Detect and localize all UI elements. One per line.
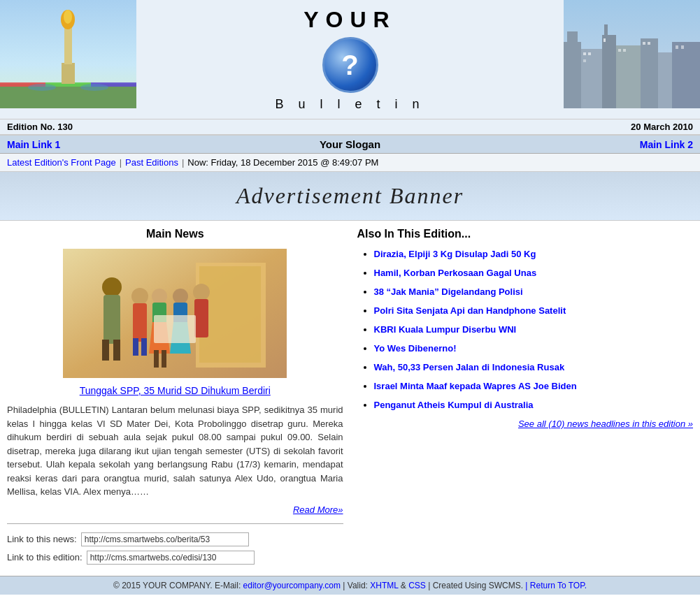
also-in-title: Also In This Edition... xyxy=(357,228,694,240)
edition-bar: Edition No. 130 20 March 2010 xyxy=(0,119,700,136)
news-image xyxy=(63,249,287,378)
header-logo: ? xyxy=(322,37,378,93)
svg-rect-22 xyxy=(583,52,586,55)
also-in-item-link[interactable]: 38 “Jak Mania” Digelandang Polisi xyxy=(374,286,523,297)
header-subtitle: B u l l e t i n xyxy=(275,97,424,112)
svg-point-9 xyxy=(64,10,72,24)
current-time: Now: Friday, 18 December 2015 @ 8:49:07 … xyxy=(187,157,378,168)
main-news-section: Main News xyxy=(7,228,343,569)
also-in-list: Dirazia, Elpiji 3 Kg Disulap Jadi 50 KgH… xyxy=(357,249,694,410)
edition-center-spacer xyxy=(236,122,464,132)
read-more-link[interactable]: Read More» xyxy=(7,504,343,515)
also-in-item-link[interactable]: Hamil, Korban Perkosaan Gagal Unas xyxy=(374,268,537,278)
footer-xhtml-link[interactable]: XHTML xyxy=(370,581,398,590)
list-item: Penganut Atheis Kumpul di Australia xyxy=(374,400,694,410)
list-item: Wah, 50,33 Persen Jalan di Indonesia Rus… xyxy=(374,362,694,372)
svg-point-39 xyxy=(131,288,148,305)
list-item: KBRI Kuala Lumpur Diserbu WNI xyxy=(374,324,694,335)
svg-rect-26 xyxy=(618,49,621,52)
list-item: Israel Minta Maaf kepada Wapres AS Joe B… xyxy=(374,381,694,391)
list-item: Dirazia, Elpiji 3 Kg Disulap Jadi 50 Kg xyxy=(374,249,694,259)
news-divider xyxy=(7,523,343,524)
svg-point-48 xyxy=(173,289,188,304)
ad-banner-text: Advertisement Banner xyxy=(0,183,700,209)
header-left-image xyxy=(0,0,136,108)
svg-point-51 xyxy=(193,284,210,300)
link-news-row: Link to this news: xyxy=(7,532,343,546)
svg-rect-46 xyxy=(154,350,159,368)
svg-rect-28 xyxy=(643,42,645,45)
latest-edition-link[interactable]: Latest Edition's Front Page xyxy=(7,157,116,168)
header-title: YOUR xyxy=(303,7,396,33)
footer-created: | Created Using SWCMS. xyxy=(428,581,523,590)
breadcrumb-bar: Latest Edition's Front Page | Past Editi… xyxy=(0,154,700,172)
svg-rect-38 xyxy=(113,340,120,361)
svg-rect-25 xyxy=(603,38,606,42)
svg-rect-40 xyxy=(133,303,147,342)
nav-slogan: Your Slogan xyxy=(236,138,464,150)
ad-banner: Advertisement Banner xyxy=(0,172,700,221)
also-in-item-link[interactable]: Wah, 50,33 Persen Jalan di Indonesia Rus… xyxy=(374,362,565,372)
svg-rect-24 xyxy=(583,59,586,62)
also-in-item-link[interactable]: Polri Sita Senjata Api dan Handphone Sat… xyxy=(374,305,566,316)
past-editions-link[interactable]: Past Editions xyxy=(125,157,178,168)
svg-point-11 xyxy=(80,84,108,91)
also-in-item-link[interactable]: Yo Wes Dibenerno! xyxy=(374,343,457,354)
footer-css-link[interactable]: CSS xyxy=(408,581,426,590)
footer-copyright: © 2015 YOUR COMPANY. xyxy=(113,581,213,590)
footer-valid-label: | Valid: xyxy=(343,581,368,590)
svg-rect-20 xyxy=(658,52,672,108)
svg-rect-13 xyxy=(564,42,581,108)
also-in-item-link[interactable]: Dirazia, Elpiji 3 Kg Disulap Jadi 50 Kg xyxy=(374,249,536,259)
also-in-item-link[interactable]: Israel Minta Maaf kepada Wapres AS Joe B… xyxy=(374,381,577,391)
nav-left[interactable]: Main Link 1 xyxy=(7,139,236,150)
nav-right[interactable]: Main Link 2 xyxy=(464,139,693,150)
svg-rect-15 xyxy=(581,49,602,108)
breadcrumb-separator-2: | xyxy=(182,157,184,168)
svg-rect-6 xyxy=(62,63,75,84)
svg-rect-36 xyxy=(103,295,120,344)
svg-rect-27 xyxy=(623,49,626,52)
see-all-link[interactable]: See all (10) news headlines in this edit… xyxy=(357,419,694,429)
list-item: Polri Sita Senjata Api dan Handphone Sat… xyxy=(374,305,694,316)
main-news-title: Main News xyxy=(7,228,343,240)
svg-rect-52 xyxy=(194,299,208,337)
svg-rect-37 xyxy=(102,340,109,361)
header-right-image xyxy=(564,0,700,108)
list-item: 38 “Jak Mania” Digelandang Polisi xyxy=(374,286,694,297)
svg-rect-34 xyxy=(199,266,261,363)
svg-rect-23 xyxy=(588,52,591,55)
footer-email-link[interactable]: editor@yourcompany.com xyxy=(243,581,341,590)
svg-rect-21 xyxy=(672,42,700,108)
main-link-2[interactable]: Main Link 2 xyxy=(640,139,693,150)
svg-point-43 xyxy=(152,289,167,304)
logo-symbol: ? xyxy=(341,50,358,81)
svg-rect-1 xyxy=(0,84,136,108)
svg-point-35 xyxy=(102,277,122,297)
edition-number: Edition No. 130 xyxy=(7,122,236,132)
svg-rect-47 xyxy=(162,350,166,368)
also-in-section: Also In This Edition... Dirazia, Elpiji … xyxy=(357,228,694,569)
list-item: Yo Wes Dibenerno! xyxy=(374,343,694,354)
news-headline-link[interactable]: Tunggak SPP, 35 Murid SD Dihukum Berdiri xyxy=(7,385,343,396)
svg-rect-17 xyxy=(604,24,608,37)
svg-point-10 xyxy=(28,84,56,91)
link-news-label: Link to this news: xyxy=(7,534,77,544)
link-edition-input[interactable] xyxy=(87,551,255,565)
footer-return-link[interactable]: | Return To TOP. xyxy=(525,581,587,590)
main-link-1[interactable]: Main Link 1 xyxy=(7,139,60,150)
edition-date: 20 March 2010 xyxy=(464,122,693,132)
also-in-item-link[interactable]: KBRI Kuala Lumpur Diserbu WNI xyxy=(374,324,517,335)
svg-rect-42 xyxy=(141,338,147,356)
also-in-item-link[interactable]: Penganut Atheis Kumpul di Australia xyxy=(374,400,534,410)
footer-and: & xyxy=(401,581,408,590)
link-news-input[interactable] xyxy=(81,532,249,546)
header-center: YOUR ? B u l l e t i n xyxy=(136,0,564,119)
footer-email-label: E-Mail: xyxy=(215,581,241,590)
svg-rect-30 xyxy=(676,45,678,49)
link-edition-row: Link to this edition: xyxy=(7,551,343,565)
svg-rect-14 xyxy=(567,31,578,42)
svg-rect-29 xyxy=(648,42,650,45)
svg-rect-41 xyxy=(133,338,138,356)
svg-rect-53 xyxy=(154,315,196,343)
